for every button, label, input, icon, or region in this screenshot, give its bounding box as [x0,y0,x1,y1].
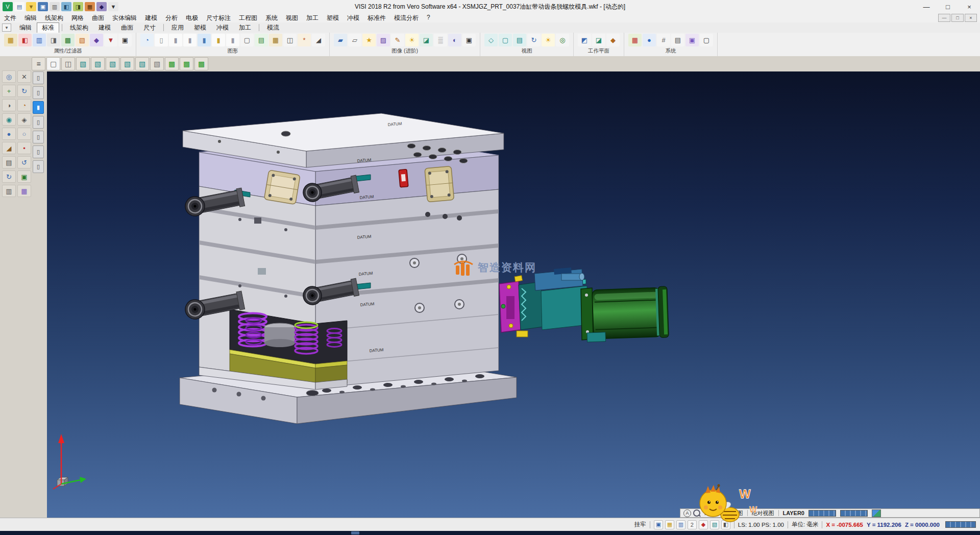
grid-snap-icon[interactable]: # [657,34,670,46]
layers-icon[interactable]: ▤ [2,156,16,168]
menu-item-标准件[interactable]: 标准件 [363,13,390,23]
tab-应用[interactable]: 应用 [166,22,189,33]
cylinder-slot-2-icon[interactable]: ▮ [183,34,197,46]
merge-icon[interactable]: ◫ [283,34,297,46]
menu-item-实体编辑[interactable]: 实体编辑 [108,13,141,23]
tab-线架构[interactable]: 线架构 [65,22,93,33]
render-quality-icon[interactable] [872,509,881,517]
color-filter-icon[interactable]: ◧ [18,34,32,46]
menu-item-冲模[interactable]: 冲模 [343,13,363,23]
print-view-icon[interactable]: ▥ [2,185,16,197]
clipboard-slot-5-button[interactable]: ▯ [33,131,44,143]
menu-item-曲面[interactable]: 曲面 [88,13,108,23]
menu-item-建模[interactable]: 建模 [141,13,161,23]
box-select-icon[interactable]: ▢ [240,34,254,46]
mirror-icon[interactable]: ◑ [2,99,16,111]
cube-right-icon[interactable]: ▧ [135,57,149,70]
snap-settings-icon[interactable]: ▣ [654,520,663,529]
close-button[interactable]: × [959,0,980,13]
clipboard-slot-3-button[interactable]: ▮ [33,101,44,114]
color-table-icon[interactable]: ▦ [628,34,642,46]
snapshot-icon[interactable]: ▣ [462,34,476,46]
paste-buffer-icon[interactable]: ▯ [155,34,168,46]
explode-icon[interactable]: * [298,34,311,46]
sun-shading-icon[interactable]: ☀ [542,34,555,46]
light-icon[interactable]: ☀ [405,34,419,46]
clipboard-slot-1-button[interactable]: ▯ [33,71,44,84]
layer-name-label[interactable]: LAYER0 [783,510,804,516]
units-label[interactable]: 单位: 毫米 [792,521,818,528]
menu-item-模流分析[interactable]: 模流分析 [390,13,423,23]
chip-icon[interactable]: ▣ [685,34,699,46]
mdi-restore-button[interactable]: □ [951,14,964,22]
render-star-icon[interactable]: ★ [362,34,376,46]
menu-item-编辑[interactable]: 编辑 [20,13,41,23]
front-view-icon[interactable]: ▢ [499,34,512,46]
tab-模流[interactable]: 模流 [262,22,284,33]
mdi-minimize-button[interactable]: — [938,14,950,22]
pan-icon[interactable]: ◈ [17,113,31,126]
shaded-view-icon[interactable]: ▰ [334,34,347,46]
menu-item-工程图[interactable]: 工程图 [235,13,261,23]
menu-item-加工[interactable]: 加工 [302,13,323,23]
cube-iso-icon[interactable]: ▧ [76,57,90,70]
open-file-icon[interactable]: ▼ [26,2,36,11]
tab-dropdown-button[interactable]: ▼ [2,23,11,32]
measure-icon[interactable]: ◢ [312,34,325,46]
offset-icon[interactable]: ◔ [17,99,31,111]
single-view-icon[interactable]: ▢ [46,57,60,70]
clipboard-slot-7-button[interactable]: ▯ [33,160,44,173]
save-view-icon[interactable]: ▦ [17,185,31,197]
cylinder-slot-4-icon[interactable]: ▮ [212,34,225,46]
tab-冲模[interactable]: 冲模 [211,22,234,33]
edit-image-icon[interactable]: ✎ [391,34,404,46]
menu-item-系统[interactable]: 系统 [261,13,282,23]
tab-尺寸[interactable]: 尺寸 [138,22,161,33]
iso-view-icon[interactable]: ◇ [484,34,498,46]
rotate-icon[interactable]: ↻ [17,85,31,97]
tab-编辑[interactable]: 编辑 [14,22,37,33]
point-icon[interactable]: • [17,142,31,154]
section-icon[interactable]: ◪ [420,34,433,46]
clipboard-slot-4-button[interactable]: ▯ [33,116,44,129]
tab-曲面[interactable]: 曲面 [116,22,138,33]
refresh-icon[interactable]: ◔ [140,34,154,46]
tab-建模[interactable]: 建模 [93,22,116,33]
dynamic-view-icon[interactable]: ◉ [2,113,16,126]
export-icon[interactable]: ▦ [85,2,95,11]
split-view-icon[interactable]: ◫ [61,57,75,70]
maximize-button[interactable]: □ [937,0,959,13]
cylinder-slot-3-icon[interactable]: ▮ [198,34,211,46]
cube-top-icon[interactable]: ▧ [106,57,119,70]
top-view-icon[interactable]: ▤ [513,34,526,46]
trim-icon[interactable]: ✕ [17,70,31,83]
zoom-fit-icon[interactable]: ◎ [556,34,569,46]
layer-filter-icon[interactable]: ▥ [33,34,46,46]
taskbar-icon[interactable] [351,531,359,534]
wireframe-view-icon[interactable]: ▱ [348,34,361,46]
cube-shaded-2-icon[interactable]: ▩ [180,57,193,70]
print-icon[interactable]: ▥ [50,2,60,11]
cylinder-slot-1-icon[interactable]: ▮ [169,34,182,46]
minimize-button[interactable]: — [916,0,937,13]
info-icon[interactable]: ▣ [17,171,31,183]
cube-front-icon[interactable]: ▧ [91,57,105,70]
stack-icon[interactable]: ▤ [255,34,268,46]
app-logo-icon[interactable]: V [3,2,13,11]
plot-icon[interactable]: ◧ [61,2,71,11]
group-icon[interactable]: ▦ [269,34,282,46]
cylinder-slot-5-icon[interactable]: ▮ [226,34,239,46]
menu-item-分析[interactable]: 分析 [161,13,182,23]
cube-left-icon[interactable]: ▧ [120,57,134,70]
import-icon[interactable]: ◨ [73,2,83,11]
calculator-icon[interactable]: ▤ [671,34,684,46]
invert-selection-icon[interactable]: ◆ [90,34,103,46]
menu-item-?[interactable]: ? [423,13,434,23]
undo-icon[interactable]: ↺ [17,156,31,168]
tab-标准[interactable]: 标准 [37,22,59,33]
menu-item-网格[interactable]: 网格 [67,13,88,23]
monitor-icon[interactable]: ▢ [700,34,713,46]
new-file-icon[interactable]: ▤ [14,2,24,11]
move-icon[interactable]: + [2,85,16,97]
mask-icon[interactable]: ◨ [47,34,60,46]
